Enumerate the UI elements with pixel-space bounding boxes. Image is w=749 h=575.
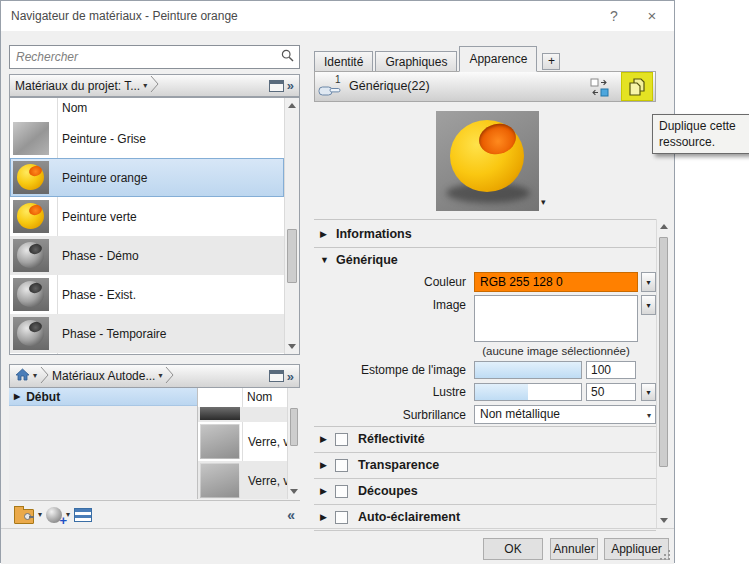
material-list-row[interactable]: Peinture verte [10, 197, 284, 236]
surbrillance-select[interactable]: Non métallique ▾ [474, 405, 656, 424]
duplicate-asset-button[interactable] [621, 72, 653, 101]
expander-icon[interactable]: ▶ [320, 453, 327, 478]
estompe-slider[interactable] [474, 361, 582, 379]
image-label: Image [314, 295, 466, 315]
library-list-header[interactable]: Nom [198, 388, 300, 407]
material-list-row[interactable]: Peinture orange [10, 158, 284, 197]
resize-grip-icon[interactable] [660, 550, 670, 560]
section-auto-éclairement[interactable]: ▶ Auto-éclairement [314, 505, 656, 531]
expander-icon[interactable]: ▶ [320, 427, 327, 452]
chevron-down-icon[interactable]: ▾ [158, 372, 162, 380]
home-icon[interactable] [15, 368, 30, 384]
lustre-slider-fill [475, 384, 528, 400]
lustre-value[interactable]: 50 [586, 383, 636, 401]
chevron-down-icon[interactable]: ▾ [143, 82, 147, 90]
tab-apparence[interactable]: Apparence [459, 46, 537, 72]
properties-scrollbar[interactable] [656, 219, 670, 528]
material-list-row[interactable]: Phase - Démo [10, 236, 284, 275]
materials-list-rows: Peinture - Grise Peinture orange Peintur… [10, 119, 284, 354]
material-name: Phase - Exist. [49, 288, 136, 302]
section-label: Informations [336, 222, 412, 247]
library-bar[interactable]: ▾ Matériaux Autode... ▾ » [9, 364, 300, 388]
expander-icon[interactable]: ▶ [320, 222, 327, 247]
collapse-panel-button[interactable]: « [287, 507, 295, 523]
chevron-down-icon[interactable]: ▾ [38, 511, 42, 519]
section-informations[interactable]: ▶ Informations [314, 222, 656, 247]
search-input[interactable] [10, 50, 281, 64]
color-swatch[interactable]: RGB 255 128 0 [474, 272, 638, 292]
usage-count: 1 [335, 74, 341, 85]
material-list-row[interactable]: Phase - Exist. [10, 275, 284, 314]
tab-strip: IdentitéGraphiquesApparence+ [314, 46, 659, 72]
estompe-value[interactable]: 100 [586, 361, 636, 379]
library-list-row[interactable] [198, 407, 287, 422]
manage-library-icon[interactable] [14, 509, 34, 524]
tab-identité[interactable]: Identité [314, 51, 373, 72]
library-list-row[interactable]: Verre, vit [198, 461, 287, 499]
section-checkbox[interactable] [335, 459, 348, 472]
scrollbar-thumb[interactable] [290, 408, 298, 446]
expand-panel-button[interactable]: » [287, 78, 294, 93]
material-thumbnail [13, 317, 49, 350]
replace-asset-icon[interactable] [590, 78, 609, 100]
create-material-icon[interactable]: + [46, 507, 62, 523]
scroll-down-icon[interactable] [285, 339, 299, 354]
section-checkbox[interactable] [335, 485, 348, 498]
expander-icon[interactable]: ▶ [320, 479, 327, 504]
search-icon[interactable] [281, 49, 294, 65]
lustre-dropdown-button[interactable]: ▾ [641, 383, 656, 401]
section-checkbox[interactable] [335, 511, 348, 524]
scroll-up-icon[interactable] [657, 219, 670, 234]
section-réflectivité[interactable]: ▶ Réflectivité [314, 427, 656, 453]
material-list-row[interactable]: Phase - Temporaire [10, 314, 284, 353]
scroll-down-icon[interactable] [288, 484, 300, 499]
library-tree-root[interactable]: ▶ Début [9, 388, 197, 406]
scrollbar-thumb[interactable] [659, 237, 668, 467]
library-scrollbar[interactable] [287, 388, 300, 499]
expander-icon[interactable]: ▶ [320, 505, 327, 530]
scrollbar-thumb[interactable] [287, 229, 297, 283]
material-list-row[interactable]: Peinture - Grise [10, 119, 284, 158]
lustre-slider[interactable] [474, 383, 582, 401]
color-dropdown-button[interactable]: ▾ [641, 272, 656, 292]
image-dropdown-button[interactable]: ▾ [641, 295, 656, 315]
section-checkbox[interactable] [335, 433, 348, 446]
project-materials-bar[interactable]: Matériaux du projet: T... ▾ » [9, 74, 300, 97]
close-button[interactable]: × [636, 1, 668, 31]
couleur-label: Couleur [314, 272, 466, 292]
tab-graphiques[interactable]: Graphiques [375, 51, 457, 72]
help-button[interactable]: ? [598, 1, 630, 31]
expander-icon[interactable]: ▼ [320, 248, 329, 273]
material-name: Verre, vit [240, 474, 287, 488]
library-panel: ▶ Début Nom Verre, vit Verre, vit [9, 388, 300, 499]
panel-view-icon[interactable] [269, 370, 284, 382]
surbrillance-value: Non métallique [480, 407, 560, 421]
ok-button[interactable]: OK [483, 538, 543, 560]
project-materials-label: Matériaux du projet: T... [15, 79, 140, 93]
section-transparence[interactable]: ▶ Transparence [314, 453, 656, 479]
expand-panel-button[interactable]: » [287, 369, 294, 384]
material-thumbnail [200, 407, 240, 420]
panel-view-icon[interactable] [269, 80, 284, 92]
scroll-up-icon[interactable] [285, 98, 299, 113]
chevron-down-icon[interactable]: ▾ [33, 372, 37, 380]
materials-list-header[interactable]: Nom [10, 98, 299, 119]
tab-add[interactable]: + [542, 53, 560, 70]
expander-icon[interactable]: ▶ [14, 392, 20, 401]
search-box [9, 45, 300, 69]
material-name: Verre, vit [240, 435, 287, 449]
scroll-down-icon[interactable] [657, 513, 670, 528]
material-name: Phase - Temporaire [49, 327, 167, 341]
image-field[interactable] [474, 295, 638, 342]
cancel-button[interactable]: Annuler [550, 538, 598, 560]
section-découpes[interactable]: ▶ Découpes [314, 479, 656, 505]
section-generique[interactable]: ▼ Générique [314, 248, 656, 273]
library-list-row[interactable]: Verre, vit [198, 422, 287, 461]
materials-scrollbar[interactable] [284, 98, 299, 354]
preview-options-chevron-icon[interactable]: ▾ [541, 198, 546, 207]
asset-preview-thumbnail[interactable] [436, 111, 539, 211]
surbrillance-label: Surbrillance [314, 405, 466, 425]
material-thumbnail [200, 463, 240, 498]
list-view-icon[interactable] [74, 508, 92, 522]
section-label: Générique [336, 248, 398, 273]
